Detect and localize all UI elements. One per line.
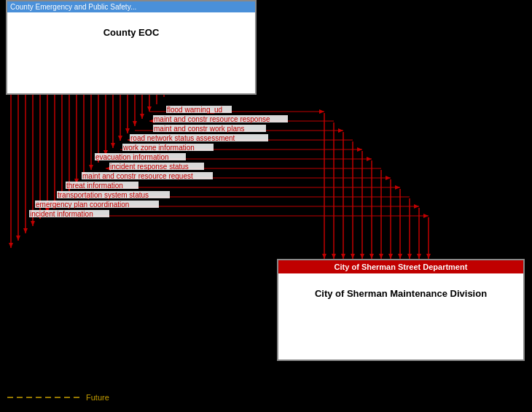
svg-marker-29 [60, 193, 64, 198]
svg-marker-23 [16, 236, 20, 241]
county-eoc-title: County EOC [7, 12, 255, 38]
svg-marker-39 [133, 121, 137, 126]
svg-marker-57 [351, 254, 355, 259]
svg-marker-22 [9, 243, 13, 248]
svg-marker-54 [322, 254, 326, 259]
svg-marker-34 [96, 158, 101, 163]
svg-rect-104 [57, 191, 170, 198]
svg-rect-84 [122, 144, 214, 151]
svg-marker-38 [125, 128, 130, 133]
svg-text:emergency plan coordination: emergency plan coordination [36, 201, 129, 209]
svg-text:flood warning_ud: flood warning_ud [167, 106, 222, 114]
svg-marker-63 [407, 254, 412, 259]
svg-marker-87 [367, 157, 372, 161]
svg-text:maint and constr work plans: maint and constr work plans [154, 125, 245, 133]
svg-marker-91 [106, 166, 111, 171]
svg-marker-56 [341, 254, 345, 259]
svg-text:evacuation information: evacuation information [95, 153, 169, 161]
svg-marker-27 [45, 208, 50, 213]
diagram: County Emergency and Public Safety... Co… [0, 0, 532, 412]
svg-marker-99 [395, 185, 400, 190]
svg-marker-65 [426, 254, 431, 259]
county-eoc-header: County Emergency and Public Safety... [7, 1, 255, 12]
svg-marker-33 [89, 165, 93, 170]
sherman-street-title: City of Sherman Maintenance Division [278, 273, 523, 299]
svg-text:incident response status: incident response status [110, 163, 189, 171]
svg-marker-71 [149, 119, 154, 123]
svg-marker-40 [140, 114, 144, 119]
svg-text:Future: Future [86, 393, 109, 402]
svg-marker-103 [84, 195, 89, 199]
svg-marker-111 [423, 214, 429, 218]
svg-marker-59 [369, 254, 374, 259]
svg-marker-36 [111, 143, 115, 148]
svg-text:work zone information: work zone information [122, 144, 195, 152]
svg-marker-79 [128, 138, 133, 142]
svg-marker-25 [31, 221, 35, 226]
svg-marker-67 [319, 109, 324, 114]
sherman-street-header: City of Sherman Street Department [278, 260, 523, 273]
svg-marker-30 [67, 186, 71, 191]
svg-text:threat information: threat information [66, 182, 123, 190]
svg-marker-24 [23, 228, 28, 233]
svg-marker-58 [360, 254, 364, 259]
svg-text:road network status assessment: road network status assessment [130, 134, 235, 142]
svg-marker-31 [74, 179, 79, 184]
svg-marker-32 [82, 172, 86, 177]
svg-rect-100 [66, 182, 138, 189]
svg-marker-64 [417, 254, 421, 259]
svg-marker-83 [357, 147, 362, 152]
sherman-street-box: City of Sherman Street Department City o… [277, 259, 525, 361]
svg-marker-60 [379, 254, 383, 259]
svg-rect-80 [130, 134, 268, 141]
svg-rect-68 [166, 106, 232, 113]
svg-marker-107 [414, 204, 419, 209]
svg-rect-88 [95, 153, 186, 160]
svg-marker-95 [386, 176, 391, 180]
svg-rect-76 [153, 125, 266, 132]
svg-marker-61 [388, 254, 393, 259]
svg-text:maint and constr resource requ: maint and constr resource request [82, 172, 193, 180]
svg-rect-72 [153, 115, 288, 123]
svg-rect-92 [109, 163, 204, 170]
svg-rect-96 [82, 172, 213, 179]
svg-text:incident information: incident information [30, 210, 93, 218]
svg-marker-55 [332, 254, 336, 259]
svg-marker-35 [103, 150, 108, 155]
svg-marker-28 [52, 201, 57, 206]
svg-rect-112 [29, 210, 109, 217]
svg-marker-75 [338, 128, 343, 133]
svg-text:maint and constr resource resp: maint and constr resource response [154, 115, 270, 123]
svg-text:transportation system status: transportation system status [58, 191, 149, 199]
svg-marker-41 [147, 106, 152, 112]
svg-marker-37 [118, 136, 122, 141]
svg-rect-108 [35, 201, 159, 208]
county-eoc-box: County Emergency and Public Safety... Co… [6, 0, 257, 95]
svg-marker-62 [398, 254, 402, 259]
svg-marker-26 [38, 214, 42, 219]
